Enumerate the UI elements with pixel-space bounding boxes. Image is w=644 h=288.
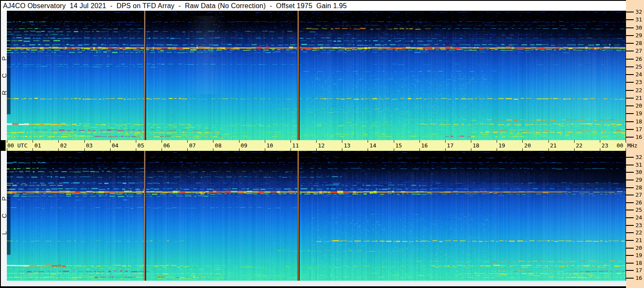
freq-label: 24 (635, 71, 642, 78)
freq-tick (626, 165, 634, 165)
freq-tick (626, 59, 634, 60)
freq-label: 18 (635, 260, 642, 266)
freq-tick (626, 51, 634, 51)
time-tick (497, 140, 497, 143)
freq-tick (626, 27, 634, 28)
freq-label: 17 (635, 126, 642, 132)
freq-tick (626, 240, 634, 241)
time-tick (110, 140, 111, 143)
time-tick (522, 140, 523, 143)
time-label: 11 (292, 142, 299, 149)
freq-tick (626, 248, 634, 249)
time-tick (162, 140, 162, 143)
freq-tick (626, 195, 634, 195)
freq-tick (626, 263, 634, 264)
freq-label: 19 (635, 252, 642, 258)
time-label: 19 (498, 142, 505, 149)
freq-tick (626, 19, 634, 20)
bottom-margin (1, 281, 626, 286)
time-axis: 00 UTC0102030405060708091011121314151617… (6, 140, 626, 151)
time-label: 22 (576, 142, 583, 149)
time-tick (471, 140, 471, 143)
lcp-panel-label: PCL (1, 151, 7, 281)
freq-label: 32 (635, 9, 642, 15)
panel-label-letter: C (1, 213, 7, 218)
freq-tick (626, 35, 634, 36)
time-label: 00 (617, 142, 623, 149)
freq-tick (626, 217, 634, 218)
time-label: 15 (395, 142, 402, 149)
freq-tick (626, 121, 634, 122)
time-label: 16 (421, 142, 428, 149)
freq-tick (626, 129, 634, 130)
time-label: 00 UTC (7, 142, 27, 149)
freq-label: 19 (635, 110, 642, 117)
time-label: 10 (267, 142, 273, 149)
freq-label: 24 (635, 214, 642, 221)
time-label: 17 (447, 142, 454, 149)
freq-tick (626, 105, 634, 106)
time-tick (574, 140, 575, 143)
time-tick (548, 140, 549, 143)
freq-tick (626, 210, 634, 210)
time-tick (136, 140, 136, 143)
freq-tick (626, 202, 634, 203)
freq-label: 31 (635, 16, 642, 23)
frequency-scale: MHz 323130292827262524232221201918171632… (626, 0, 644, 288)
freq-tick (626, 98, 634, 99)
freq-label: 30 (635, 24, 642, 31)
time-label: 08 (215, 142, 222, 149)
panel-label-letter: L (1, 231, 7, 234)
time-tick (213, 140, 213, 143)
freq-tick (626, 157, 634, 158)
freq-label: 26 (635, 56, 642, 62)
rcp-spectrogram (7, 11, 626, 140)
time-tick (265, 140, 265, 143)
panel-label-letter: R (1, 90, 7, 95)
time-tick (187, 140, 188, 143)
time-label: 14 (369, 142, 376, 149)
freq-label: 18 (635, 118, 642, 125)
freq-label: 28 (635, 184, 642, 191)
freq-label: 26 (635, 199, 642, 206)
time-tick (316, 140, 317, 143)
time-label: 07 (189, 142, 196, 149)
time-tick (600, 140, 600, 143)
time-label: 01 (34, 142, 41, 149)
freq-label: 17 (635, 267, 642, 273)
panel-label-letter: P (1, 56, 6, 60)
time-label: 06 (163, 142, 170, 149)
time-tick (84, 140, 85, 143)
freq-label: 27 (635, 192, 642, 198)
freq-label: 25 (635, 63, 642, 70)
freq-label: 32 (635, 154, 642, 160)
freq-label: 31 (635, 162, 642, 168)
time-label: 03 (86, 142, 93, 149)
freq-tick (626, 172, 634, 173)
time-tick (58, 140, 59, 143)
freq-label: 22 (635, 87, 642, 93)
freq-tick (626, 225, 634, 226)
page-title: AJ4CO Observatory 14 Jul 2021 - DPS on T… (1, 1, 626, 11)
freq-tick (626, 232, 634, 233)
time-label: 05 (138, 142, 144, 149)
spectrogram-viewer: AJ4CO Observatory 14 Jul 2021 - DPS on T… (0, 0, 644, 288)
lcp-spectrogram (7, 151, 626, 281)
freq-tick (626, 187, 634, 188)
time-label: 20 (524, 142, 531, 149)
freq-label: 20 (635, 245, 642, 251)
freq-tick (626, 66, 634, 67)
mhz-unit-label: MHz (627, 142, 637, 149)
time-tick (33, 140, 33, 143)
freq-label: 16 (635, 134, 642, 140)
freq-label: 25 (635, 207, 642, 213)
time-label: 12 (318, 142, 325, 149)
freq-tick (626, 82, 634, 83)
time-label: 18 (473, 142, 479, 149)
freq-tick (626, 12, 634, 12)
time-tick (394, 140, 394, 143)
rcp-panel-label: PCR (1, 11, 7, 140)
freq-label: 20 (635, 102, 642, 109)
freq-tick (626, 90, 634, 91)
freq-tick (626, 255, 634, 256)
